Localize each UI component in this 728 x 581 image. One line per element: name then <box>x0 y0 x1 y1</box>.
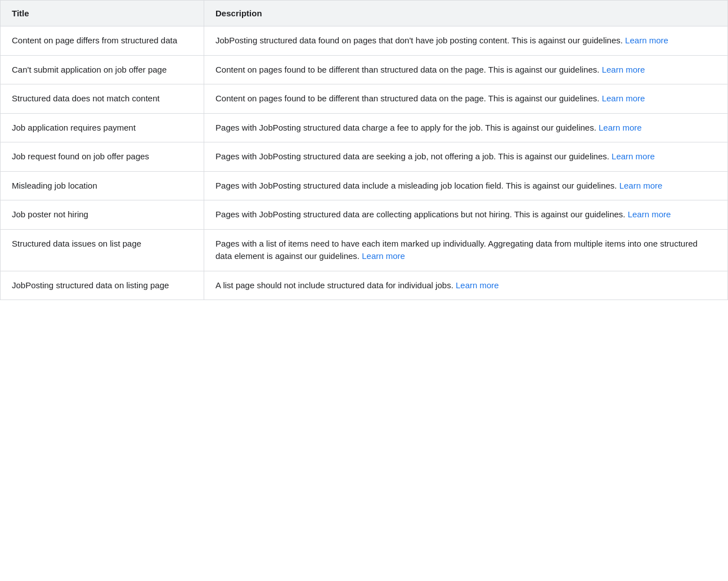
cell-description: Content on pages found to be different t… <box>204 84 728 114</box>
learn-more-link[interactable]: Learn more <box>625 35 668 45</box>
learn-more-link[interactable]: Learn more <box>612 151 655 161</box>
cell-title: Can't submit application on job offer pa… <box>1 55 204 84</box>
table-row: JobPosting structured data on listing pa… <box>1 271 728 300</box>
cell-title: Job poster not hiring <box>1 200 204 230</box>
table-row: Content on page differs from structured … <box>1 26 728 56</box>
learn-more-link[interactable]: Learn more <box>599 123 642 132</box>
cell-title: Misleading job location <box>1 171 204 200</box>
description-text: Pages with JobPosting structured data ch… <box>215 123 599 132</box>
description-text: Pages with JobPosting structured data in… <box>215 181 619 190</box>
learn-more-link[interactable]: Learn more <box>602 65 645 74</box>
col-header-title: Title <box>1 1 204 26</box>
description-text: Pages with JobPosting structured data ar… <box>215 151 612 161</box>
issues-table: Title Description Content on page differ… <box>0 0 728 300</box>
cell-description: A list page should not include structure… <box>204 271 728 300</box>
table-row: Job request found on job offer pagesPage… <box>1 142 728 172</box>
cell-title: Structured data does not match content <box>1 84 204 114</box>
description-text: Content on pages found to be different t… <box>215 93 602 103</box>
description-text: JobPosting structured data found on page… <box>215 35 625 45</box>
learn-more-link[interactable]: Learn more <box>456 280 499 290</box>
cell-description: Pages with JobPosting structured data ch… <box>204 113 728 142</box>
description-text: Content on pages found to be different t… <box>215 65 602 74</box>
table-row: Job poster not hiringPages with JobPosti… <box>1 200 728 230</box>
table-row: Can't submit application on job offer pa… <box>1 55 728 84</box>
table-row: Structured data does not match contentCo… <box>1 84 728 114</box>
table-row: Structured data issues on list pagePages… <box>1 229 728 271</box>
cell-title: Job application requires payment <box>1 113 204 142</box>
cell-description: Pages with a list of items need to have … <box>204 229 728 271</box>
cell-title: Job request found on job offer pages <box>1 142 204 172</box>
cell-title: Structured data issues on list page <box>1 229 204 271</box>
cell-description: Pages with JobPosting structured data ar… <box>204 142 728 172</box>
learn-more-link[interactable]: Learn more <box>619 181 663 190</box>
description-text: Pages with JobPosting structured data ar… <box>215 209 628 219</box>
cell-description: Pages with JobPosting structured data ar… <box>204 200 728 230</box>
learn-more-link[interactable]: Learn more <box>602 93 645 103</box>
table-row: Misleading job locationPages with JobPos… <box>1 171 728 200</box>
cell-description: Pages with JobPosting structured data in… <box>204 171 728 200</box>
cell-title: JobPosting structured data on listing pa… <box>1 271 204 300</box>
cell-title: Content on page differs from structured … <box>1 26 204 56</box>
description-text: Pages with a list of items need to have … <box>215 239 698 261</box>
cell-description: JobPosting structured data found on page… <box>204 26 728 56</box>
main-container: Title Description Content on page differ… <box>0 0 728 581</box>
description-text: A list page should not include structure… <box>215 280 456 290</box>
table-header-row: Title Description <box>1 1 728 26</box>
table-row: Job application requires paymentPages wi… <box>1 113 728 142</box>
col-header-description: Description <box>204 1 728 26</box>
learn-more-link[interactable]: Learn more <box>362 251 405 261</box>
cell-description: Content on pages found to be different t… <box>204 55 728 84</box>
learn-more-link[interactable]: Learn more <box>628 209 671 219</box>
